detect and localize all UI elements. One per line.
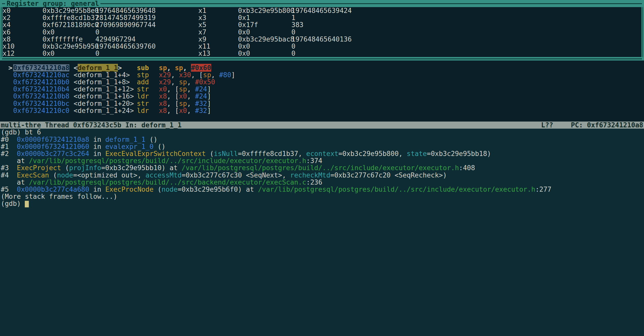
register-row: x100xb3c29e95b950197648465639760x110x00 (3, 43, 641, 50)
register-dec-value: 0 (95, 29, 198, 36)
register-hex-value: 0xb3c29e95bac8 (238, 36, 291, 43)
register-dec-value: 0 (291, 43, 641, 50)
register-row: x00xb3c29e95b8e0197648465639648x10xb3c29… (3, 7, 641, 14)
register-window-bottom-border (0, 57, 644, 61)
register-hex-value: 0x0 (42, 50, 95, 57)
register-row: x40xf672181890c0270969890967744x50x17f38… (3, 21, 641, 28)
register-hex-value: 0x0 (42, 29, 95, 36)
register-dec-value: 0 (291, 29, 641, 36)
asm-line-current: >0xf673241210a8<deform_1_1>subsp, sp, #0… (0, 64, 644, 71)
register-name: x6 (3, 29, 42, 36)
console-line: (gdb) bt 6 (1, 129, 644, 136)
register-name: x3 (198, 14, 238, 21)
asm-operands: x8, [x0, #32] (159, 107, 211, 114)
register-name: x4 (3, 21, 42, 28)
register-dec-value: 197648465640136 (291, 36, 641, 43)
asm-mnemonic: str (137, 86, 149, 93)
console-line: #2 0x0000b3c277c3c264 in ExecEvalExprSwi… (1, 150, 644, 157)
register-dec-value: 281474587499319 (95, 14, 198, 21)
asm-function: <deform_1_1> (74, 64, 122, 71)
register-name: x13 (198, 50, 238, 57)
terminal-cursor (25, 201, 29, 207)
console-line: #5 0x0000b3c277c4a680 in ExecProcNode (n… (1, 186, 644, 193)
register-hex-value: 0x0 (238, 50, 291, 57)
console-line: #3 ExecProject (projInfo=0xb3c29e95bb10)… (1, 164, 644, 171)
register-hex-value: 0xfffffffe (42, 36, 95, 43)
register-window-title: Register group: general (5, 0, 100, 7)
console-line: #0 0x0000f673241210a8 in deform_1_1 () (1, 136, 644, 143)
register-row: x20xffffe8cd1b37281474587499319x30x11 (3, 14, 641, 21)
register-hex-value: 0xffffe8cd1b37 (42, 14, 95, 21)
register-name: x1 (198, 7, 238, 14)
register-name: x11 (198, 43, 238, 50)
asm-operands: x0, [sp, #24] (159, 86, 211, 93)
asm-function: <deform_1_1+4> (74, 71, 130, 78)
console-line: #1 0x0000f67324121060 in evalexpr_1_0 () (1, 143, 644, 150)
register-hex-value: 0x17f (238, 21, 291, 28)
register-dec-value: 197648465639760 (95, 43, 198, 50)
asm-function: <deform_1_1+20> (74, 100, 134, 107)
console-line: at /var/lib/postgresql/postgres/build/..… (1, 179, 644, 186)
gdb-console: (gdb) bt 6#0 0x0000f673241210a8 in defor… (0, 129, 644, 207)
asm-mnemonic: sub (137, 64, 149, 71)
asm-operands: x29, x30, [sp, #80] (159, 71, 235, 78)
asm-address: 0xf673241210b0 (13, 78, 69, 86)
console-line: (More stack frames follow...) (1, 193, 644, 200)
border-line (2, 58, 642, 59)
asm-mnemonic: ldr (137, 107, 149, 114)
register-dec-value: 197648465639648 (95, 7, 198, 14)
gdb-tui-terminal[interactable]: Register group: general x00xb3c29e95b8e0… (0, 0, 644, 336)
asm-function: <deform_1_1+24> (74, 107, 134, 114)
register-hex-value: 0xf672181890c0 (42, 21, 95, 28)
console-line: #4 ExecScan (node=<optimized out>, acces… (1, 172, 644, 179)
register-dec-value: 1 (291, 14, 641, 21)
asm-operands: sp, sp, #0x60 (159, 64, 211, 71)
asm-mnemonic: add (137, 78, 149, 86)
register-hex-value: 0x1 (238, 14, 291, 21)
gdb-prompt-line[interactable]: (gdb) (1, 200, 644, 207)
register-dec-value: 0 (95, 50, 198, 57)
register-dec-value: 0 (291, 50, 641, 57)
register-hex-value: 0xb3c29e95b8e0 (42, 7, 95, 14)
register-window: Register group: general x00xb3c29e95b8e0… (0, 0, 644, 61)
asm-function: <deform_1_1+8> (74, 78, 130, 86)
assembly-lines: >0xf673241210a8<deform_1_1>subsp, sp, #0… (0, 64, 644, 114)
asm-line: 0xf673241210c0<deform_1_1+24>ldrx8, [x0,… (0, 107, 644, 114)
status-thread-info: multi-thre Thread 0xf673243c5b In: defor… (1, 122, 182, 129)
register-dec-value: 4294967294 (95, 36, 198, 43)
asm-operands: x8, [x0, #24] (159, 93, 211, 100)
asm-mnemonic: str (137, 100, 149, 107)
status-bar: multi-thre Thread 0xf673243c5b In: defor… (0, 122, 644, 129)
register-row: x80xfffffffe4294967294x90xb3c29e95bac819… (3, 36, 641, 43)
asm-line: 0xf673241210b0<deform_1_1+8>addx29, sp, … (0, 78, 644, 86)
register-window-top-border: Register group: general (0, 0, 644, 7)
asm-function: <deform_1_1+12> (74, 86, 134, 93)
asm-line: 0xf673241210b4<deform_1_1+12>strx0, [sp,… (0, 86, 644, 93)
register-name: x9 (198, 36, 238, 43)
console-line: at /var/lib/postgresql/postgres/build/..… (1, 157, 644, 164)
register-name: x10 (3, 43, 42, 50)
register-hex-value: 0xb3c29e95b800 (238, 7, 291, 14)
register-name: x2 (3, 14, 42, 21)
asm-line: 0xf673241210b8<deform_1_1+16>ldrx8, [x0,… (0, 93, 644, 100)
register-hex-value: 0x0 (238, 43, 291, 50)
register-hex-value: 0x0 (238, 29, 291, 36)
asm-line: 0xf673241210bc<deform_1_1+20>strx8, [sp,… (0, 100, 644, 107)
asm-address: 0xf673241210ac (13, 71, 69, 78)
register-name: x12 (3, 50, 42, 57)
register-hex-value: 0xb3c29e95b950 (42, 43, 95, 50)
asm-operands: x8, [sp, #32] (159, 100, 211, 107)
register-dec-value: 270969890967744 (95, 21, 198, 28)
asm-address: 0xf673241210b4 (13, 86, 69, 93)
console-lines: (gdb) bt 6#0 0x0000f673241210a8 in defor… (1, 129, 644, 207)
asm-address: 0xf673241210c0 (13, 107, 69, 114)
asm-address: 0xf673241210b8 (13, 93, 69, 100)
current-instruction-marker: > (8, 64, 12, 71)
asm-line: 0xf673241210ac<deform_1_1+4>stpx29, x30,… (0, 71, 644, 78)
asm-address: 0xf673241210a8 (13, 64, 69, 71)
register-name: x5 (198, 21, 238, 28)
asm-operands: x29, sp, #0x50 (159, 78, 215, 86)
asm-address: 0xf673241210bc (13, 100, 69, 107)
register-dec-value: 197648465639424 (291, 7, 641, 14)
register-name: x0 (3, 7, 42, 14)
